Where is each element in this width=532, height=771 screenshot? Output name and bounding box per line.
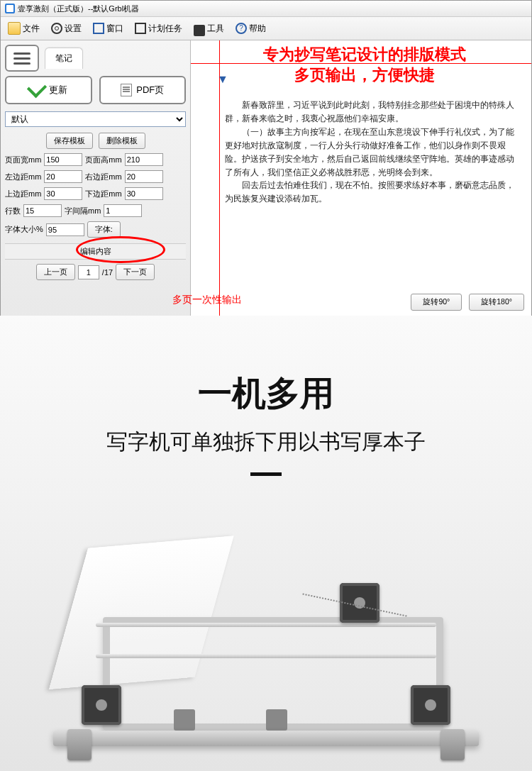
machine-illustration	[53, 548, 479, 746]
template-dropdown[interactable]: 默认	[5, 111, 186, 127]
window-menu[interactable]: 窗口	[89, 21, 128, 36]
next-page-button[interactable]: 下一页	[116, 264, 155, 280]
tab-strip: 笔记	[45, 45, 186, 69]
page-width-input[interactable]	[44, 153, 82, 166]
machine-motor-left	[82, 685, 121, 725]
plan-menu[interactable]: 计划任务	[131, 21, 187, 36]
left-margin-input[interactable]	[44, 170, 82, 183]
hamburger-menu[interactable]	[5, 45, 39, 72]
page-current-input[interactable]	[78, 265, 99, 279]
page-width-label: 页面宽mm	[5, 155, 41, 165]
gear-icon	[51, 23, 62, 34]
machine-mount-1	[174, 709, 195, 731]
machine-base	[53, 731, 479, 746]
font-button[interactable]: 字体:	[87, 221, 121, 238]
top-margin-label: 上边距mm	[5, 189, 41, 199]
file-menu[interactable]: 文件	[4, 21, 44, 36]
window-icon	[93, 23, 104, 34]
help-icon: ?	[235, 23, 247, 34]
promo-subtitle: 写字机可单独拆下用以书写厚本子	[0, 428, 532, 457]
line-gap-input[interactable]	[104, 204, 142, 217]
check-icon	[27, 78, 47, 98]
lines-input[interactable]	[23, 204, 62, 217]
save-template-button[interactable]: 保存模板	[46, 133, 93, 149]
delete-template-button[interactable]: 删除模板	[99, 133, 145, 149]
right-margin-label: 右边距mm	[85, 172, 121, 182]
pdf-button[interactable]: PDF页	[99, 76, 187, 104]
line-gap-label: 字间隔mm	[65, 206, 101, 216]
machine-leg-left	[67, 729, 92, 760]
left-margin-label: 左边距mm	[5, 172, 41, 182]
titlebar: 壹享激刻（正式版）--默认Grbl机器	[1, 1, 531, 17]
page-total: /17	[102, 268, 113, 277]
page-icon	[121, 84, 132, 96]
tab-notes[interactable]: 笔记	[45, 48, 83, 69]
output-note: 多页一次性输出	[172, 294, 242, 306]
toolbar: 文件 设置 窗口 计划任务 工具 ?帮助	[1, 17, 531, 40]
machine-motor-right	[411, 685, 450, 725]
right-margin-input[interactable]	[125, 170, 163, 183]
canvas-area: ▼ 专为抄写笔记设计的排版模式 多页输出，方便快捷 新春致辞里，习近平说到此时此…	[191, 40, 531, 316]
settings-menu[interactable]: 设置	[47, 21, 86, 36]
machine-leg-right	[440, 729, 465, 760]
font-size-label: 字体大小%	[5, 224, 43, 235]
divider-dash	[250, 472, 282, 476]
bottom-margin-label: 下边距mm	[85, 189, 121, 199]
wrench-icon	[194, 25, 205, 36]
folder-icon	[8, 22, 21, 35]
app-window: 壹享激刻（正式版）--默认Grbl机器 文件 设置 窗口 计划任务 工具 ?帮助…	[0, 0, 532, 316]
body-area: 笔记 更新 PDF页 默认 保存模板 删除模板 页面宽mm 页面高mm 左边距m…	[1, 40, 531, 316]
sidebar: 笔记 更新 PDF页 默认 保存模板 删除模板 页面宽mm 页面高mm 左边距m…	[1, 40, 191, 316]
promo-section: 一机多用 写字机可单独拆下用以书写厚本子	[0, 316, 532, 771]
font-size-input[interactable]	[46, 223, 84, 236]
handwriting-preview: 新春致辞里，习近平说到此时此刻，我特别挂念那些处于困境中的特殊人群，新春来临之时…	[225, 99, 520, 284]
rotate-row: 旋转90° 旋转180°	[411, 294, 524, 311]
lines-label: 行数	[5, 206, 21, 216]
machine-rail-bottom	[96, 654, 436, 658]
app-icon	[5, 4, 15, 13]
pager: 上一页 /17 下一页	[5, 264, 186, 280]
promo-title: 一机多用	[0, 371, 532, 416]
page-height-input[interactable]	[125, 153, 163, 166]
window-title: 壹享激刻（正式版）--默认Grbl机器	[18, 4, 139, 14]
rotate-90-button[interactable]: 旋转90°	[411, 294, 462, 311]
calendar-icon	[135, 23, 146, 34]
machine-rail-top	[96, 623, 436, 627]
tools-menu[interactable]: 工具	[189, 19, 228, 38]
bottom-margin-input[interactable]	[125, 187, 163, 200]
update-button[interactable]: 更新	[5, 76, 92, 104]
page-height-label: 页面高mm	[85, 155, 121, 165]
rotate-180-button[interactable]: 旋转180°	[469, 294, 524, 311]
top-margin-input[interactable]	[44, 187, 82, 200]
headline-annotation: 专为抄写笔记设计的排版模式 多页输出，方便快捷	[205, 45, 524, 85]
machine-mount-2	[266, 709, 287, 731]
prev-page-button[interactable]: 上一页	[36, 264, 75, 280]
help-menu[interactable]: ?帮助	[231, 21, 270, 36]
edit-content-header: 编辑内容	[5, 243, 186, 260]
